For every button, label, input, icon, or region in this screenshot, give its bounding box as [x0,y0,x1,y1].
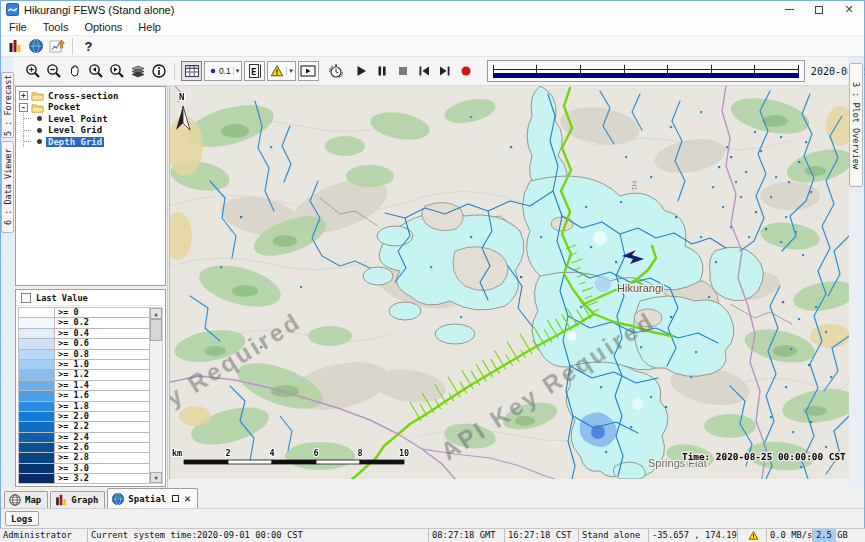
legend-label: >= 0.8 [55,350,92,359]
left-panel: + Cross-section - Pocket Level Point Lev… [14,86,168,488]
legend-swatch [19,402,55,411]
timeseries-button[interactable] [46,36,67,56]
map-display-button[interactable] [25,36,46,56]
tab-graph[interactable]: Graph [50,491,105,508]
class-break-dropdown[interactable]: 0.1▾ [204,61,242,81]
legend-row: >= 0.6 [19,339,149,349]
tree-item-level-point[interactable]: Level Point [19,113,165,125]
question-mark-icon: ? [85,39,93,54]
tab-forecast[interactable]: 5 : Forecast [1,72,14,138]
legend-swatch [19,339,55,348]
pause-button[interactable] [372,61,393,81]
status-memory: 2.5 GB [812,529,865,542]
legend-header: Last Value [16,290,165,306]
tab-data-viewer[interactable]: 6 : Data Viewer [1,141,14,233]
record-button[interactable] [456,61,477,81]
legend-label: >= 2.6 [55,443,92,452]
thresholds-dropdown[interactable]: ▾ [267,61,296,81]
bottom-tab-bar: Map Graph Spatial ✕ [1,488,864,509]
menu-tools[interactable]: Tools [35,20,77,34]
scale-tick-label: 2 [225,448,230,458]
zoom-in-button[interactable] [22,61,43,81]
menu-file[interactable]: File [1,20,35,34]
animation-button[interactable] [298,61,319,81]
tree-item-cross-section[interactable]: + Cross-section [19,90,165,102]
close-tab-icon[interactable]: ✕ [184,492,191,505]
chart-arrow-icon [49,38,65,54]
step-back-button[interactable] [414,61,435,81]
record-icon [458,63,474,79]
zoom-out-button[interactable] [43,61,64,81]
legend-label: >= 2.8 [55,453,92,462]
help-button[interactable]: ? [78,36,99,56]
zoom-in-icon [25,63,41,79]
scroll-down-icon[interactable]: ▼ [150,472,162,483]
scale-button[interactable] [244,61,265,81]
grid-display-button[interactable] [181,61,202,81]
main-toolbar: ? [1,36,864,57]
last-value-checkbox[interactable] [21,293,31,303]
tree-item-label[interactable]: Level Grid [46,125,104,135]
bullet-icon [37,128,42,133]
title-bar[interactable]: Hikurangi FEWS (Stand alone) ✕ [1,1,864,18]
tab-graph-label: Graph [71,495,98,505]
tab-plot-overview[interactable]: 3 : Plot Overview [849,63,863,187]
logs-button[interactable]: Logs [5,511,39,526]
pause-icon [374,63,390,79]
play-button[interactable] [351,61,372,81]
step-forward-button[interactable] [435,61,456,81]
menu-options[interactable]: Options [76,20,130,34]
legend-swatch [19,350,55,359]
scrollbar-thumb[interactable] [150,319,162,341]
legend-swatch [19,308,55,317]
scroll-up-icon[interactable]: ▲ [150,308,162,319]
stop-button[interactable] [393,61,414,81]
float-window-icon[interactable] [172,495,179,502]
tab-forecast-label: 5 : Forecast [3,74,13,135]
scale-tick-label: 4 [269,448,274,458]
status-download-rate: 0.0 MB/s [766,529,812,542]
status-warning-cell[interactable] [737,529,766,542]
tree-item-level-grid[interactable]: Level Grid [19,125,165,137]
time-slider[interactable] [487,60,805,82]
chevron-down-icon: ▾ [233,67,240,75]
tab-map[interactable]: Map [4,491,48,508]
layer-tree[interactable]: + Cross-section - Pocket Level Point Lev… [15,86,166,286]
legend-label: >= 0 [55,308,82,317]
wireframe-globe-icon [8,493,22,507]
window-title: Hikurangi FEWS (Stand alone) [24,4,174,16]
legend-swatch [19,443,55,452]
map-canvas[interactable]: H1 Hikurangi Springs Flat API Key Requir… [169,86,848,479]
last-value-label: Last Value [36,293,88,303]
app-window: Hikurangi FEWS (Stand alone) ✕ File Tool… [0,0,865,542]
zoom-next-icon [109,63,125,79]
minimize-button[interactable] [774,1,804,18]
maximize-button[interactable] [804,1,834,18]
animation-settings-button[interactable] [326,61,347,81]
tree-item-label-selected[interactable]: Depth Grid [46,137,104,147]
tree-item-depth-grid[interactable]: Depth Grid [19,136,165,148]
legend-swatch [19,474,55,483]
collapse-icon[interactable]: - [19,103,28,112]
legend-swatch [19,433,55,442]
zoom-next-button[interactable] [106,61,127,81]
zoom-previous-button[interactable] [85,61,106,81]
tree-item-label[interactable]: Pocket [46,102,83,112]
tab-spatial[interactable]: Spatial ✕ [107,488,198,508]
tree-connector [23,136,35,147]
bullet-icon [37,116,42,121]
legend-scrollbar[interactable]: ▲ ▼ [150,307,163,484]
forecasts-button[interactable] [4,36,25,56]
tree-item-label[interactable]: Cross-section [46,91,120,101]
pan-button[interactable] [64,61,85,81]
close-button[interactable]: ✕ [834,1,864,18]
status-local-time: 16:27:18 CST [504,529,578,542]
menu-help[interactable]: Help [130,20,169,34]
legend-swatch [19,381,55,390]
tree-item-label[interactable]: Level Point [46,114,110,124]
info-button[interactable] [148,61,169,81]
layers-button[interactable] [127,61,148,81]
expand-icon[interactable]: + [19,91,28,100]
chevron-down-icon: ▾ [286,67,293,75]
tree-item-pocket[interactable]: - Pocket [19,102,165,114]
